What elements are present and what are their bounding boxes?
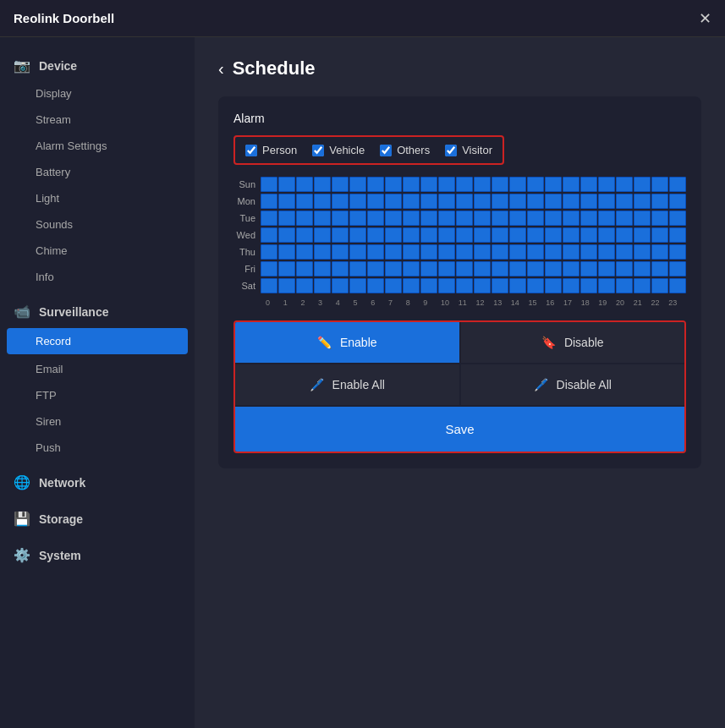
cell-mon-17[interactable] [563,194,579,209]
cell-mon-4[interactable] [332,194,349,209]
sidebar-item-email[interactable]: Email [0,356,195,382]
cell-mon-9[interactable] [420,194,437,209]
cell-mon-23[interactable] [669,194,686,209]
cell-fri-5[interactable] [349,261,366,276]
sidebar-item-push[interactable]: Push [0,435,195,461]
cell-sat-5[interactable] [349,278,366,293]
cell-thu-11[interactable] [456,244,473,260]
cell-mon-10[interactable] [438,194,455,209]
sidebar-item-network[interactable]: 🌐 Network [0,468,195,497]
cell-mon-22[interactable] [651,194,668,209]
cell-fri-7[interactable] [385,261,402,276]
cell-sun-14[interactable] [509,177,526,192]
cell-sat-22[interactable] [651,278,668,293]
close-button[interactable]: ✕ [699,9,711,28]
cell-tue-10[interactable] [438,211,455,226]
cell-fri-9[interactable] [420,261,437,276]
cell-thu-8[interactable] [403,244,420,260]
cell-sat-13[interactable] [492,278,508,293]
sidebar-item-battery[interactable]: Battery [0,159,195,185]
cell-sat-9[interactable] [420,278,437,293]
cell-thu-18[interactable] [580,244,597,260]
cell-sat-1[interactable] [278,278,295,293]
cell-tue-14[interactable] [509,211,526,226]
cell-tue-23[interactable] [669,211,686,226]
sidebar-item-stream[interactable]: Stream [0,107,195,133]
cell-fri-16[interactable] [545,261,562,276]
cell-fri-19[interactable] [598,261,615,276]
cell-tue-20[interactable] [616,211,633,226]
enable-button[interactable]: ✏️ Enable [235,322,459,363]
cell-thu-4[interactable] [332,244,349,260]
cell-tue-15[interactable] [527,211,544,226]
cell-sun-23[interactable] [669,177,686,192]
cell-fri-14[interactable] [509,261,526,276]
cell-thu-15[interactable] [527,244,544,260]
cell-sun-11[interactable] [456,177,473,192]
cell-wed-6[interactable] [367,227,384,243]
cell-wed-10[interactable] [438,227,455,243]
cell-sun-13[interactable] [492,177,508,192]
cell-sat-11[interactable] [456,278,473,293]
checkbox-visitor[interactable]: Visitor [445,144,492,156]
cell-fri-3[interactable] [314,261,331,276]
cell-mon-13[interactable] [492,194,508,209]
cell-thu-21[interactable] [634,244,651,260]
cell-sun-2[interactable] [296,177,313,192]
checkbox-visitor-input[interactable] [445,145,457,156]
cell-fri-21[interactable] [634,261,651,276]
cell-tue-8[interactable] [403,211,420,226]
cell-tue-17[interactable] [563,211,579,226]
cell-wed-18[interactable] [580,227,597,243]
cell-fri-8[interactable] [403,261,420,276]
cell-tue-6[interactable] [367,211,384,226]
cell-sat-2[interactable] [296,278,313,293]
cell-wed-14[interactable] [509,227,526,243]
cell-wed-3[interactable] [314,227,331,243]
checkbox-others[interactable]: Others [380,144,430,156]
cell-mon-18[interactable] [580,194,597,209]
cell-mon-2[interactable] [296,194,313,209]
cell-sun-19[interactable] [598,177,615,192]
cell-mon-1[interactable] [278,194,295,209]
cell-wed-0[interactable] [261,227,277,243]
disable-button[interactable]: 🔖 Disable [461,322,685,363]
cell-sun-17[interactable] [563,177,579,192]
sidebar-item-chime[interactable]: Chime [0,238,195,264]
cell-mon-3[interactable] [314,194,331,209]
cell-sun-15[interactable] [527,177,544,192]
cell-sat-7[interactable] [385,278,402,293]
cell-tue-13[interactable] [492,211,508,226]
cell-wed-16[interactable] [545,227,562,243]
cell-tue-3[interactable] [314,211,331,226]
cell-sat-23[interactable] [669,278,686,293]
cell-fri-6[interactable] [367,261,384,276]
cell-mon-7[interactable] [385,194,402,209]
cell-thu-12[interactable] [474,244,491,260]
cell-sun-22[interactable] [651,177,668,192]
cell-thu-13[interactable] [492,244,508,260]
cell-thu-19[interactable] [598,244,615,260]
cell-sun-5[interactable] [349,177,366,192]
cell-mon-15[interactable] [527,194,544,209]
cell-sat-12[interactable] [474,278,491,293]
cell-mon-12[interactable] [474,194,491,209]
cell-wed-20[interactable] [616,227,633,243]
cell-fri-18[interactable] [580,261,597,276]
cell-wed-7[interactable] [385,227,402,243]
back-button[interactable]: ‹ [218,59,224,79]
cell-sun-3[interactable] [314,177,331,192]
cell-tue-16[interactable] [545,211,562,226]
cell-thu-6[interactable] [367,244,384,260]
enable-all-button[interactable]: 🖊️ Enable All [235,364,459,405]
cell-sat-19[interactable] [598,278,615,293]
cell-sat-15[interactable] [527,278,544,293]
cell-sun-20[interactable] [616,177,633,192]
cell-sat-20[interactable] [616,278,633,293]
cell-fri-12[interactable] [474,261,491,276]
cell-tue-19[interactable] [598,211,615,226]
cell-tue-18[interactable] [580,211,597,226]
cell-thu-9[interactable] [420,244,437,260]
sidebar-item-storage[interactable]: 💾 Storage [0,504,195,534]
sidebar-item-sounds[interactable]: Sounds [0,211,195,238]
